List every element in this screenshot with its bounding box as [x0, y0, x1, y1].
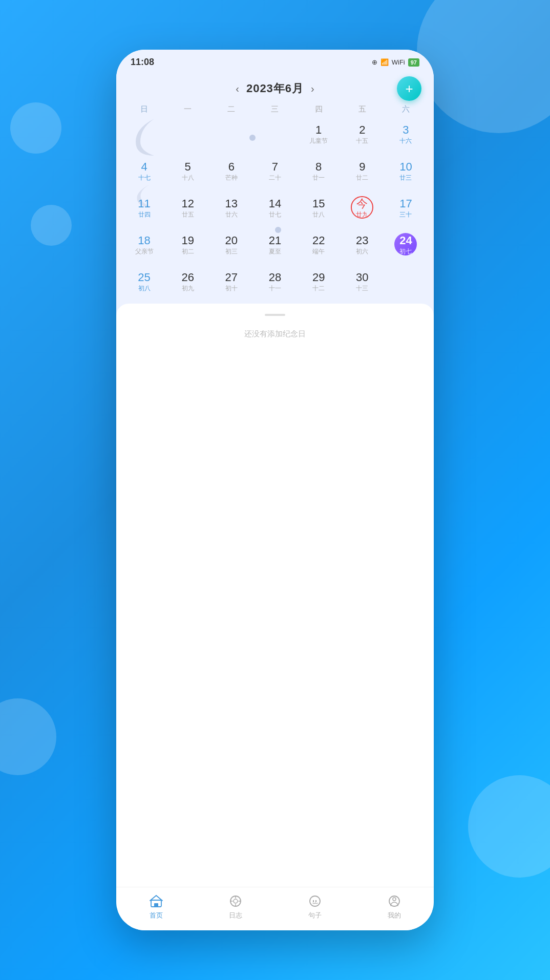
home-icon [149, 893, 164, 909]
anniversary-empty-text: 还没有添加纪念日 [244, 329, 306, 339]
day-number-19: 19 [181, 234, 194, 247]
profile-icon [387, 893, 402, 909]
day-cell-7[interactable]: 7 二十 [253, 156, 297, 193]
day-sub-20: 初三 [225, 248, 238, 254]
vibrate-icon: ⊕ [372, 58, 377, 66]
day-number-5: 5 [185, 160, 191, 174]
nav-label-home: 首页 [150, 911, 163, 920]
day-sub-1: 儿童节 [309, 138, 328, 144]
day-number-17: 17 [399, 197, 412, 210]
day-cell-16[interactable]: 今 廿九 [341, 193, 384, 230]
day-number-20: 20 [225, 234, 238, 247]
day-cell-23[interactable]: 23 初六 [341, 230, 384, 267]
day-cell-27[interactable]: 27 初十 [209, 267, 253, 304]
day-cell-15[interactable]: 15 廿八 [297, 193, 341, 230]
day-number-6: 6 [228, 160, 235, 174]
day-number-10: 10 [399, 160, 412, 174]
weekday-sat: 六 [384, 101, 428, 117]
day-number-13: 13 [225, 197, 238, 210]
nav-item-profile[interactable]: 我的 [354, 893, 434, 920]
day-sub-25: 初八 [138, 285, 151, 291]
signal-icon: 📶 [380, 58, 389, 66]
day-number-1: 1 [315, 123, 322, 137]
day-cell-3[interactable]: 3 十六 [384, 119, 428, 156]
day-number-27: 27 [225, 271, 238, 284]
plus-icon: + [405, 82, 413, 95]
day-number-7: 7 [272, 160, 278, 174]
weekday-fri: 五 [341, 101, 384, 117]
day-number-22: 22 [312, 234, 325, 247]
svg-rect-1 [154, 903, 158, 907]
bg-decoration-4 [10, 102, 61, 154]
day-cell-13[interactable]: 13 廿六 [209, 193, 253, 230]
day-sub-6: 芒种 [225, 175, 238, 181]
drag-handle[interactable] [265, 314, 285, 316]
day-cell-30[interactable]: 30 十三 [341, 267, 384, 304]
day-cell-empty-4 [253, 119, 297, 156]
day-sub-19: 初二 [182, 248, 194, 254]
day-sub-2: 十五 [356, 138, 368, 144]
day-number-28: 28 [269, 271, 281, 284]
day-cell-empty-3 [209, 119, 253, 156]
day-cell-29[interactable]: 29 十二 [297, 267, 341, 304]
day-cell-9[interactable]: 9 廿二 [341, 156, 384, 193]
status-icons: ⊕ 📶 WiFi 97 [372, 58, 419, 67]
svg-point-4 [310, 896, 320, 906]
day-cell-8[interactable]: 8 廿一 [297, 156, 341, 193]
day-cell-2[interactable]: 2 十五 [341, 119, 384, 156]
nav-item-quote[interactable]: 句子 [275, 893, 354, 920]
day-number-15: 15 [312, 197, 325, 210]
calendar-grid: 1 儿童节 2 十五 3 十六 4 十七 5 十八 [116, 119, 434, 304]
day-sub-12: 廿五 [182, 211, 194, 218]
day-cell-6[interactable]: 6 芒种 [209, 156, 253, 193]
day-cell-24[interactable]: 24 初七 [384, 230, 428, 267]
day-cell-22[interactable]: 22 端午 [297, 230, 341, 267]
day-cell-empty-2 [166, 119, 209, 156]
calendar-container: ‹ 2023年6月 › + 日 一 二 三 四 五 六 [116, 72, 434, 887]
day-sub-14: 廿七 [269, 211, 281, 218]
day-cell-28[interactable]: 28 十一 [253, 267, 297, 304]
day-cell-18[interactable]: 18 父亲节 [122, 230, 166, 267]
bg-decoration-5 [31, 205, 72, 246]
day-sub-23: 初六 [356, 248, 368, 254]
day-cell-21[interactable]: 21 夏至 [253, 230, 297, 267]
nav-item-home[interactable]: 首页 [116, 893, 196, 920]
calendar-header: ‹ 2023年6月 › + [116, 72, 434, 101]
day-cell-5[interactable]: 5 十八 [166, 156, 209, 193]
day-number-30: 30 [356, 271, 368, 284]
nav-label-profile: 我的 [388, 911, 401, 920]
day-cell-17[interactable]: 17 三十 [384, 193, 428, 230]
diary-icon [228, 893, 243, 909]
day-sub-16: 廿九 [356, 211, 368, 218]
next-month-button[interactable]: › [304, 83, 322, 95]
day-cell-26[interactable]: 26 初九 [166, 267, 209, 304]
day-number-8: 8 [315, 160, 322, 174]
day-number-18: 18 [138, 234, 150, 247]
day-number-29: 29 [312, 271, 325, 284]
day-cell-14[interactable]: 14 廿七 [253, 193, 297, 230]
day-number-3: 3 [403, 123, 409, 137]
day-cell-12[interactable]: 12 廿五 [166, 193, 209, 230]
day-cell-empty-1 [122, 119, 166, 156]
nav-item-diary[interactable]: 日志 [196, 893, 275, 920]
day-number-11: 11 [138, 197, 150, 210]
day-sub-11: 廿四 [138, 211, 151, 218]
day-cell-20[interactable]: 20 初三 [209, 230, 253, 267]
day-cell-1[interactable]: 1 儿童节 [297, 119, 341, 156]
battery-indicator: 97 [408, 58, 419, 67]
day-cell-19[interactable]: 19 初二 [166, 230, 209, 267]
day-cell-4[interactable]: 4 十七 [122, 156, 166, 193]
day-sub-24: 初七 [399, 248, 412, 254]
svg-point-6 [393, 898, 396, 901]
add-event-button[interactable]: + [397, 76, 421, 101]
day-cell-25[interactable]: 25 初八 [122, 267, 166, 304]
bg-decoration-3 [0, 698, 56, 775]
day-sub-4: 十七 [138, 175, 151, 181]
day-sub-3: 十六 [399, 138, 412, 144]
day-cell-10[interactable]: 10 廿三 [384, 156, 428, 193]
day-cell-11[interactable]: 11 廿四 [122, 193, 166, 230]
day-sub-8: 廿一 [312, 175, 325, 181]
day-sub-29: 十二 [312, 285, 325, 291]
day-number-4: 4 [141, 160, 147, 174]
prev-month-button[interactable]: ‹ [228, 83, 246, 95]
